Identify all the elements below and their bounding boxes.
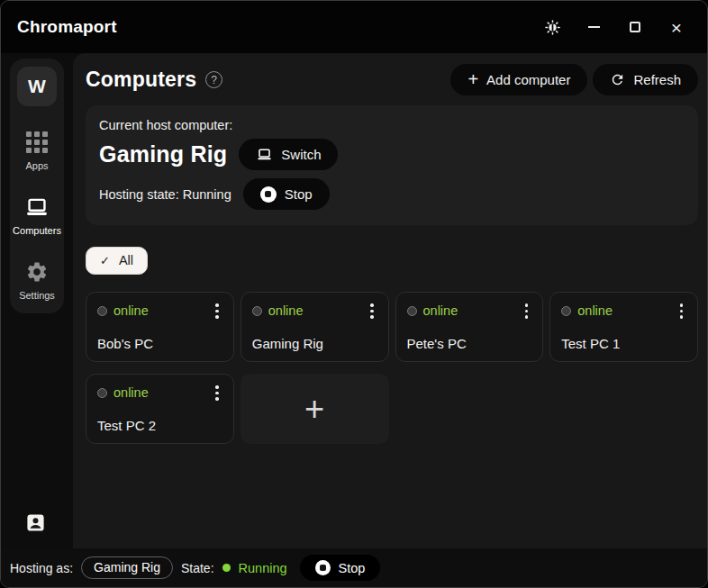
computer-card[interactable]: online Gaming Rig bbox=[241, 292, 389, 362]
stop-icon bbox=[260, 186, 277, 203]
computer-name: Gaming Rig bbox=[252, 336, 377, 351]
laptop-icon bbox=[256, 147, 273, 162]
add-computer-card[interactable]: + bbox=[241, 374, 389, 444]
help-icon[interactable]: ? bbox=[205, 71, 222, 88]
host-panel: Current host computer: Gaming Rig Switch bbox=[86, 105, 698, 225]
app-window: Chromaport × bbox=[0, 0, 708, 588]
status-text: online bbox=[113, 303, 149, 318]
plus-icon: + bbox=[304, 392, 324, 426]
apps-grid-icon bbox=[26, 131, 48, 154]
page-title: Computers bbox=[86, 68, 196, 92]
card-menu-icon[interactable] bbox=[212, 302, 222, 321]
sidebar-item-label: Computers bbox=[13, 225, 61, 236]
computer-name: Test PC 1 bbox=[561, 336, 686, 351]
close-icon: × bbox=[671, 18, 682, 37]
app-body: W Apps Computers bbox=[1, 53, 707, 548]
footer-host-chip[interactable]: Gaming Rig bbox=[81, 556, 173, 579]
main-content: Computers ? + Add computer Refresh bbox=[73, 53, 707, 548]
check-icon: ✓ bbox=[100, 254, 110, 267]
stop-icon bbox=[315, 560, 331, 575]
status-text: online bbox=[113, 385, 149, 400]
computer-card[interactable]: online Bob's PC bbox=[86, 292, 234, 362]
computer-card[interactable]: online Test PC 1 bbox=[549, 292, 698, 362]
card-menu-icon[interactable] bbox=[522, 302, 532, 321]
card-menu-icon[interactable] bbox=[367, 302, 377, 321]
maximize-button[interactable] bbox=[621, 14, 649, 41]
laptop-icon bbox=[23, 195, 50, 219]
status-text: online bbox=[268, 303, 304, 318]
computers-grid: online Bob's PC online Gaming Rig online… bbox=[86, 292, 698, 444]
switch-button[interactable]: Switch bbox=[239, 139, 338, 170]
refresh-button[interactable]: Refresh bbox=[593, 64, 698, 95]
content-header: Computers ? + Add computer Refresh bbox=[86, 64, 698, 95]
refresh-icon bbox=[610, 72, 625, 87]
computer-name: Test PC 2 bbox=[97, 418, 222, 433]
gear-icon bbox=[25, 260, 49, 284]
host-name: Gaming Rig bbox=[99, 141, 227, 167]
theme-toggle-icon[interactable] bbox=[538, 14, 567, 41]
add-computer-button[interactable]: + Add computer bbox=[450, 64, 587, 95]
app-title: Chromaport bbox=[17, 17, 117, 37]
minimize-button[interactable] bbox=[579, 14, 608, 41]
filter-row: ✓ All bbox=[86, 247, 698, 275]
status-dot bbox=[252, 306, 262, 316]
stop-hosting-button[interactable]: Stop bbox=[243, 178, 330, 210]
hosting-as-label: Hosting as: bbox=[10, 561, 73, 575]
computer-name: Bob's PC bbox=[97, 336, 222, 351]
status-dot bbox=[97, 306, 107, 316]
status-text: online bbox=[423, 303, 458, 318]
filter-chip-all[interactable]: ✓ All bbox=[86, 247, 148, 275]
close-button[interactable]: × bbox=[662, 14, 691, 41]
running-status-text: Running bbox=[239, 561, 287, 575]
footer-stop-button[interactable]: Stop bbox=[300, 555, 381, 581]
hosting-state-text: Hosting state: Running bbox=[99, 187, 231, 202]
sidebar: W Apps Computers bbox=[1, 53, 73, 548]
sidebar-item-computers[interactable]: Computers bbox=[10, 195, 64, 236]
status-dot bbox=[407, 306, 417, 316]
sidebar-item-label: Apps bbox=[25, 160, 48, 171]
avatar[interactable]: W bbox=[17, 67, 57, 106]
state-label: State: bbox=[181, 561, 214, 575]
status-text: online bbox=[577, 303, 613, 318]
sidebar-item-settings[interactable]: Settings bbox=[10, 260, 64, 301]
computer-name: Pete's PC bbox=[407, 336, 532, 351]
sidebar-item-label: Settings bbox=[19, 290, 55, 301]
plus-icon: + bbox=[467, 70, 478, 88]
footer-status-bar: Hosting as: Gaming Rig State: Running St… bbox=[1, 548, 707, 587]
account-icon[interactable] bbox=[25, 511, 46, 538]
card-menu-icon[interactable] bbox=[212, 384, 222, 403]
status-dot bbox=[561, 306, 571, 316]
computer-card[interactable]: online Pete's PC bbox=[395, 292, 544, 362]
window-controls: × bbox=[538, 14, 691, 41]
sidebar-item-apps[interactable]: Apps bbox=[10, 131, 64, 171]
card-menu-icon[interactable] bbox=[676, 302, 687, 321]
computer-card[interactable]: online Test PC 2 bbox=[86, 374, 234, 444]
host-caption: Current host computer: bbox=[99, 118, 685, 132]
sidebar-pill: W Apps Computers bbox=[10, 59, 64, 313]
titlebar: Chromaport × bbox=[1, 1, 707, 53]
status-dot bbox=[97, 388, 107, 398]
running-status-dot bbox=[222, 564, 231, 572]
